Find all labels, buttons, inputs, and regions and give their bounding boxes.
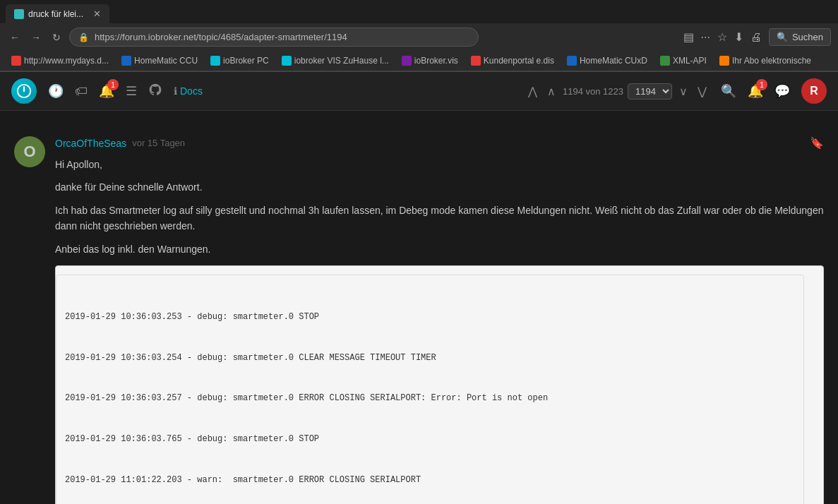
notifications-icon[interactable]: 🔔 1	[99, 83, 114, 99]
forward-button[interactable]: →	[28, 29, 44, 46]
bookmark-icon-7	[567, 56, 577, 66]
bookmark-item-7[interactable]: HomeMatic CUxD	[561, 54, 653, 68]
code-block-wrapper: 2019-01-29 10:36:03.253 - debug: smartme…	[55, 265, 824, 504]
bookmark-icon-9	[719, 56, 729, 66]
download-button[interactable]: ⬇	[734, 30, 743, 44]
browser-actions: ▤ ··· ☆ ⬇ 🖨 🔍 Suchen	[683, 28, 831, 46]
back-button[interactable]: ←	[7, 29, 23, 46]
bookmark-item-8[interactable]: XML-API	[654, 54, 712, 68]
bookmark-label-8: XML-API	[673, 56, 707, 66]
header-search-button[interactable]: 🔍	[721, 83, 736, 99]
main-content: O OrcaOfTheSeas vor 15 Tagen 🔖 Hi Apollo…	[0, 111, 838, 504]
bookmark-label-2: HomeMatic CCU	[134, 56, 198, 66]
code-scroll-wrapper[interactable]: 2019-01-29 10:36:03.253 - debug: smartme…	[56, 266, 804, 504]
search-placeholder: Suchen	[792, 32, 823, 42]
logo-icon	[16, 83, 32, 99]
bookmark-label-5: ioBroker.vis	[414, 56, 458, 66]
pagination-prev-button[interactable]: ∧	[544, 82, 558, 101]
post-paragraph-3: Anbei das log inkl. den Warnungen.	[55, 241, 824, 257]
more-options-button[interactable]: ···	[701, 31, 710, 44]
bookmark-icon-5	[402, 56, 412, 66]
code-line-4: 2019-01-29 11:01:22.203 - warn: smartmet…	[65, 474, 795, 487]
tags-icon[interactable]: 🏷	[75, 84, 88, 99]
bookmark-icon-4	[282, 56, 292, 66]
docs-link[interactable]: ℹ Docs	[174, 85, 203, 97]
search-icon: 🔍	[777, 32, 788, 42]
bell-badge: 1	[756, 79, 767, 90]
post-paragraph-2: Ich hab das Smartmeter log auf silly ges…	[55, 203, 824, 234]
header-notifications-bell[interactable]: 🔔 1	[748, 83, 763, 99]
active-tab[interactable]: druck für klei... ✕	[6, 4, 109, 23]
pagination-select[interactable]: 1194	[628, 83, 672, 100]
docs-label: Docs	[180, 85, 203, 97]
bookmark-icon-1	[11, 56, 21, 66]
code-line-2: 2019-01-29 10:36:03.257 - debug: smartme…	[65, 392, 795, 405]
bookmark-star-button[interactable]: ☆	[717, 30, 727, 44]
bookmark-item-5[interactable]: ioBroker.vis	[396, 54, 464, 68]
post-bookmark-icon[interactable]: 🔖	[810, 136, 824, 150]
code-line-1: 2019-01-29 10:36:03.254 - debug: smartme…	[65, 352, 795, 365]
bookmark-item-1[interactable]: http://www.mydays.d...	[6, 54, 114, 68]
address-bar: ← → ↻ 🔒 https://forum.iobroker.net/topic…	[0, 23, 838, 51]
github-icon[interactable]	[148, 83, 162, 100]
code-block: 2019-01-29 10:36:03.253 - debug: smartme…	[56, 275, 804, 504]
github-svg	[148, 83, 162, 97]
post-paragraph-0: Hi Apollon,	[55, 157, 824, 172]
refresh-button[interactable]: ↻	[49, 29, 64, 46]
tab-bar: druck für klei... ✕	[0, 0, 838, 23]
post-author[interactable]: OrcaOfTheSeas	[55, 138, 126, 149]
browser-search-bar[interactable]: 🔍 Suchen	[769, 28, 831, 46]
bookmark-item-9[interactable]: Ihr Abo elektronische	[714, 54, 817, 68]
bookmark-item-6[interactable]: Kundenportal e.dis	[465, 54, 560, 68]
pagination-nav: ⋀ ∧ 1194 von 1223 1194 ∨ ⋁	[525, 82, 710, 101]
reader-view-button[interactable]: ▤	[683, 30, 694, 44]
lock-icon: 🔒	[78, 32, 89, 42]
bookmark-icon-3	[210, 56, 220, 66]
url-text: https://forum.iobroker.net/topic/4685/ad…	[95, 32, 469, 42]
post-avatar: O	[14, 136, 45, 167]
code-line-3: 2019-01-29 10:36:03.765 - debug: smartme…	[65, 433, 795, 446]
print-button[interactable]: 🖨	[750, 31, 762, 44]
tab-close-button[interactable]: ✕	[93, 8, 101, 19]
user-avatar[interactable]: R	[801, 78, 827, 104]
bookmarks-bar: http://www.mydays.d... HomeMatic CCU ioB…	[0, 51, 838, 71]
pagination-next-button[interactable]: ∨	[676, 82, 690, 101]
bookmark-icon-6	[471, 56, 481, 66]
bookmark-item-4[interactable]: iobroker VIS ZuHause l...	[276, 54, 395, 68]
recent-icon[interactable]: 🕐	[48, 83, 64, 99]
bookmark-label-4: iobroker VIS ZuHause l...	[294, 56, 389, 66]
tab-favicon	[14, 9, 24, 19]
code-line-0: 2019-01-29 10:36:03.253 - debug: smartme…	[65, 311, 795, 324]
forum-header: 🕐 🏷 🔔 1 ☰ ℹ Docs ⋀ ∧ 1194 von 1223 1194 …	[0, 72, 838, 111]
bookmark-label-1: http://www.mydays.d...	[24, 56, 109, 66]
tab-label: druck für klei...	[28, 9, 83, 19]
bookmark-label-9: Ihr Abo elektronische	[732, 56, 811, 66]
browser-chrome: druck für klei... ✕ ← → ↻ 🔒 https://foru…	[0, 0, 838, 72]
header-chat-icon[interactable]: 💬	[774, 83, 790, 99]
bookmark-item-3[interactable]: ioBroker PC	[205, 54, 275, 68]
url-bar[interactable]: 🔒 https://forum.iobroker.net/topic/4685/…	[69, 28, 479, 47]
pagination-last-button[interactable]: ⋁	[695, 82, 710, 101]
notifications-badge: 1	[107, 79, 119, 90]
bookmark-icon-2	[121, 56, 131, 66]
bookmark-icon-8	[660, 56, 670, 66]
pagination-first-button[interactable]: ⋀	[525, 82, 540, 101]
bookmark-label-3: ioBroker PC	[223, 56, 269, 66]
post-meta: OrcaOfTheSeas vor 15 Tagen 🔖	[55, 136, 824, 150]
posts-icon[interactable]: ☰	[126, 83, 137, 99]
info-icon: ℹ	[174, 85, 177, 97]
post-time: vor 15 Tagen	[132, 138, 185, 148]
pagination-text: 1194 von 1223	[563, 86, 623, 97]
post: O OrcaOfTheSeas vor 15 Tagen 🔖 Hi Apollo…	[14, 125, 824, 504]
bookmark-item-2[interactable]: HomeMatic CCU	[116, 54, 203, 68]
bookmark-label-7: HomeMatic CUxD	[580, 56, 647, 66]
bookmark-label-6: Kundenportal e.dis	[484, 56, 554, 66]
post-body: OrcaOfTheSeas vor 15 Tagen 🔖 Hi Apollon,…	[55, 136, 824, 504]
post-paragraph-1: danke für Deine schnelle Antwort.	[55, 179, 824, 195]
forum-logo[interactable]	[11, 78, 37, 104]
